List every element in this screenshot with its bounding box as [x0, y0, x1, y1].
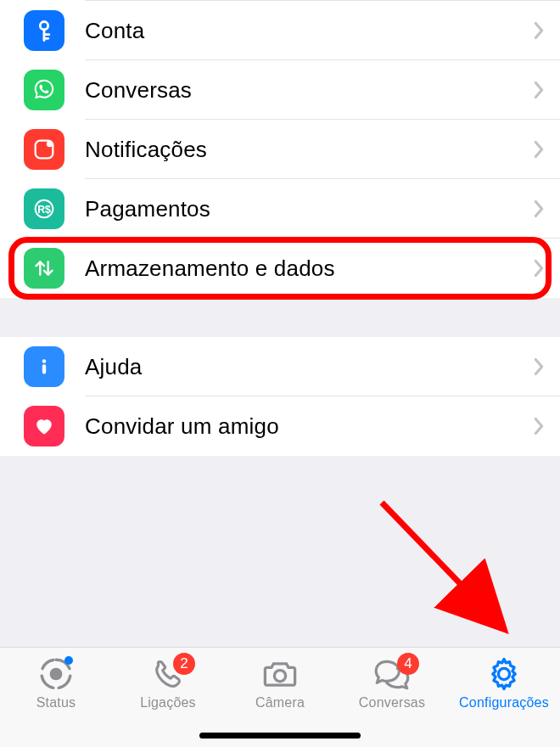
status-unread-dot — [64, 656, 73, 665]
settings-row-label: Armazenamento e dados — [85, 256, 533, 282]
info-icon — [24, 346, 64, 387]
annotation-arrow — [365, 494, 552, 655]
camera-icon — [260, 654, 300, 694]
tab-camera[interactable]: Câmera — [224, 654, 336, 710]
chevron-right-icon — [533, 199, 545, 218]
gear-icon — [484, 654, 524, 694]
settings-row-label: Notificações — [85, 137, 533, 163]
svg-rect-6 — [42, 364, 46, 374]
settings-row-account[interactable]: Conta — [0, 1, 560, 60]
settings-row-label: Convidar um amigo — [85, 413, 533, 440]
settings-row-chats[interactable]: Conversas — [0, 60, 560, 120]
tab-label: Câmera — [255, 695, 305, 710]
settings-section-1: Conta Conversas Notificações — [0, 0, 560, 298]
tab-chats[interactable]: 4 Conversas — [336, 654, 448, 710]
svg-point-0 — [40, 22, 48, 30]
settings-row-invite-friend[interactable]: Convidar um amigo — [0, 396, 560, 456]
settings-row-notifications[interactable]: Notificações — [0, 120, 560, 179]
tab-label: Ligações — [140, 695, 196, 710]
whatsapp-icon — [24, 70, 64, 110]
chevron-right-icon — [533, 357, 545, 376]
chevron-right-icon — [533, 259, 545, 278]
tab-badge: 4 — [397, 653, 419, 675]
svg-point-5 — [42, 359, 47, 363]
chevron-right-icon — [533, 81, 545, 99]
heart-icon — [24, 406, 64, 447]
key-icon — [24, 10, 64, 51]
svg-point-8 — [50, 668, 63, 681]
tab-settings[interactable]: Configurações — [448, 654, 560, 710]
settings-row-payments[interactable]: R$ Pagamentos — [0, 179, 560, 239]
settings-row-label: Conta — [85, 18, 533, 44]
tab-label: Conversas — [359, 695, 425, 710]
settings-row-label: Ajuda — [85, 354, 533, 380]
settings-row-label: Pagamentos — [85, 196, 533, 222]
payments-icon: R$ — [24, 188, 64, 229]
svg-point-10 — [498, 668, 509, 679]
svg-point-9 — [274, 671, 285, 682]
tab-badge: 2 — [173, 653, 195, 675]
tab-status[interactable]: Status — [0, 654, 112, 710]
settings-section-2: Ajuda Convidar um amigo — [0, 337, 560, 456]
data-transfer-icon — [24, 248, 64, 289]
notification-icon — [24, 129, 64, 170]
tab-calls[interactable]: 2 Ligações — [112, 654, 224, 710]
svg-line-7 — [382, 503, 501, 626]
chevron-right-icon — [533, 417, 545, 435]
svg-point-2 — [47, 141, 53, 148]
tab-label: Status — [36, 695, 76, 710]
settings-row-help[interactable]: Ajuda — [0, 337, 560, 396]
settings-row-label: Conversas — [85, 77, 533, 104]
chevron-right-icon — [533, 21, 545, 40]
chevron-right-icon — [533, 140, 545, 159]
svg-text:R$: R$ — [37, 204, 51, 216]
tab-label: Configurações — [459, 695, 549, 710]
settings-row-storage-data[interactable]: Armazenamento e dados — [0, 239, 560, 298]
home-indicator — [199, 733, 361, 739]
